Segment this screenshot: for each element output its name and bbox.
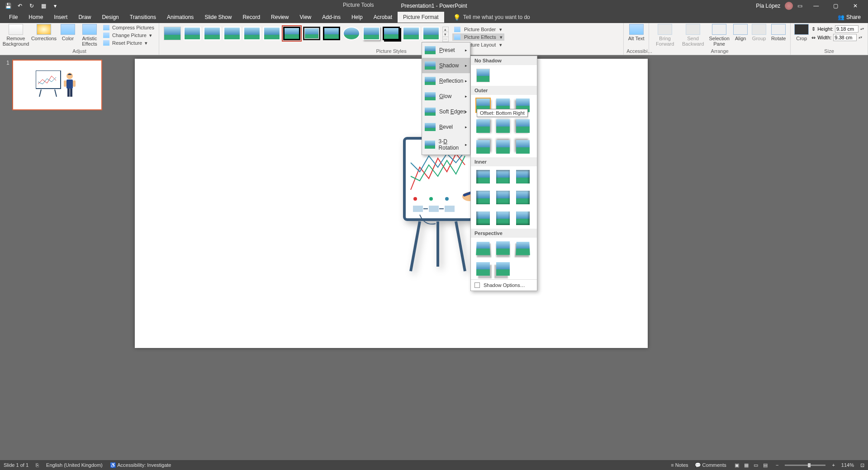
color-button[interactable]: Color xyxy=(59,24,77,41)
picture-style-3[interactable] xyxy=(204,27,221,40)
shadow-outer-right[interactable] xyxy=(476,119,490,133)
width-spinner[interactable]: ▴▾ xyxy=(859,36,863,39)
remove-background-button[interactable]: Remove Background xyxy=(3,24,29,47)
picture-style-10[interactable] xyxy=(343,27,360,40)
shadow-inner-5[interactable] xyxy=(496,191,510,204)
comments-button[interactable]: 💬 Comments xyxy=(695,462,726,468)
crop-button[interactable]: Crop xyxy=(793,24,810,41)
effects-soft-edges[interactable]: Soft Edges▸ xyxy=(422,104,470,119)
tab-file[interactable]: File xyxy=(4,12,23,23)
effects-preset[interactable]: Preset▸ xyxy=(422,42,470,58)
height-spinner[interactable]: ▴▾ xyxy=(860,27,865,31)
tab-view[interactable]: View xyxy=(294,12,317,23)
picture-border-button[interactable]: Picture Border ▾ xyxy=(452,26,504,33)
undo-icon[interactable]: ↶ xyxy=(16,3,24,9)
effects-3d-rotation[interactable]: 3-D Rotation▸ xyxy=(422,135,470,155)
avatar[interactable] xyxy=(785,2,793,10)
slide-1[interactable] xyxy=(135,59,648,348)
shadow-inner-8[interactable] xyxy=(496,212,510,225)
width-input[interactable] xyxy=(833,34,857,41)
tab-transitions[interactable]: Transitions xyxy=(124,12,161,23)
change-picture-button[interactable]: Change Picture ▾ xyxy=(102,32,156,39)
tell-me-search[interactable]: 💡 Tell me what you want to do xyxy=(453,14,530,21)
normal-view-icon[interactable]: ▣ xyxy=(733,462,741,468)
shadow-inner-4[interactable] xyxy=(476,191,490,204)
tab-acrobat[interactable]: Acrobat xyxy=(368,12,398,23)
save-icon[interactable]: 💾 xyxy=(5,3,12,9)
shadow-inner-7[interactable] xyxy=(476,212,490,225)
zoom-out-icon[interactable]: − xyxy=(776,462,778,468)
picture-effects-button[interactable]: Picture Effects ▾ xyxy=(452,33,504,41)
reading-view-icon[interactable]: ▭ xyxy=(752,462,760,468)
tab-draw[interactable]: Draw xyxy=(73,12,96,23)
shadow-perspective-2[interactable] xyxy=(496,241,510,255)
gallery-more-button[interactable]: ▴▾⋯ xyxy=(442,27,449,42)
alt-text-button[interactable]: Alt Text xyxy=(626,24,646,41)
start-from-beginning-icon[interactable]: ▦ xyxy=(40,3,47,9)
compress-pictures-button[interactable]: Compress Pictures xyxy=(102,24,156,31)
send-backward-button[interactable]: Send Backward xyxy=(680,24,706,47)
tab-animations[interactable]: Animations xyxy=(161,12,199,23)
redo-icon[interactable]: ↻ xyxy=(28,3,35,9)
qat-more-icon[interactable]: ▾ xyxy=(52,3,59,9)
zoom-level[interactable]: 114% xyxy=(841,462,854,468)
shadow-perspective-3[interactable] xyxy=(516,242,530,255)
shadow-outer-left[interactable] xyxy=(516,119,530,133)
tab-review[interactable]: Review xyxy=(266,12,294,23)
zoom-slider[interactable] xyxy=(785,465,825,466)
shadow-options-button[interactable]: Shadow Options… xyxy=(471,279,537,291)
shadow-perspective-5[interactable] xyxy=(496,262,510,276)
picture-style-1[interactable] xyxy=(164,27,181,40)
picture-style-13[interactable] xyxy=(403,27,420,40)
status-accessibility[interactable]: ♿ Accessibility: Investigate xyxy=(110,462,171,468)
tab-slideshow[interactable]: Slide Show xyxy=(199,12,237,23)
ribbon-display-icon[interactable]: ▭ xyxy=(797,3,802,9)
picture-style-9[interactable] xyxy=(323,27,340,40)
sorter-view-icon[interactable]: ▦ xyxy=(742,462,750,468)
status-slide[interactable]: Slide 1 of 1 xyxy=(4,462,28,468)
effects-bevel[interactable]: Bevel▸ xyxy=(422,119,470,135)
shadow-none[interactable] xyxy=(476,69,490,82)
corrections-button[interactable]: Corrections xyxy=(31,24,57,41)
close-icon[interactable]: ✕ xyxy=(846,3,864,9)
picture-style-5[interactable] xyxy=(243,27,261,40)
shadow-outer-top-right[interactable] xyxy=(476,140,490,154)
tab-home[interactable]: Home xyxy=(23,12,48,23)
artistic-effects-button[interactable]: Artistic Effects xyxy=(79,24,100,47)
status-spelling-icon[interactable]: ⎘ xyxy=(36,462,39,468)
tab-addins[interactable]: Add-ins xyxy=(317,12,346,23)
maximize-icon[interactable]: ▢ xyxy=(827,3,845,9)
tab-record[interactable]: Record xyxy=(237,12,266,23)
minimize-icon[interactable]: — xyxy=(807,3,825,9)
picture-style-14[interactable] xyxy=(422,27,440,40)
share-button[interactable]: 👥 Share xyxy=(838,14,861,20)
shadow-inner-1[interactable] xyxy=(476,170,490,183)
user-name[interactable]: Pía López xyxy=(756,3,780,9)
tab-insert[interactable]: Insert xyxy=(48,12,73,23)
shadow-outer-top-left[interactable] xyxy=(516,140,530,154)
shadow-perspective-1[interactable] xyxy=(476,242,490,255)
shadow-perspective-4[interactable] xyxy=(476,262,490,276)
slide-thumbnail-1[interactable] xyxy=(12,60,102,110)
reset-picture-button[interactable]: Reset Picture ▾ xyxy=(102,39,156,47)
shadow-inner-2[interactable] xyxy=(496,170,510,183)
tab-help[interactable]: Help xyxy=(346,12,368,23)
effects-reflection[interactable]: Reflection▸ xyxy=(422,73,470,89)
picture-style-11[interactable] xyxy=(363,27,380,40)
effects-glow[interactable]: Glow▸ xyxy=(422,89,470,104)
status-language[interactable]: English (United Kingdom) xyxy=(46,462,103,468)
fit-to-window-icon[interactable]: ⊡ xyxy=(860,462,864,468)
bring-forward-button[interactable]: Bring Forward xyxy=(652,24,678,47)
slideshow-view-icon[interactable]: ▤ xyxy=(761,462,769,468)
picture-style-7[interactable] xyxy=(283,27,300,40)
align-button[interactable]: Align xyxy=(732,24,749,41)
notes-button[interactable]: ≡ Notes xyxy=(671,462,688,468)
picture-style-4[interactable] xyxy=(223,27,241,40)
effects-shadow[interactable]: Shadow▸ xyxy=(422,58,470,73)
picture-style-8[interactable] xyxy=(303,27,320,40)
shadow-inner-9[interactable] xyxy=(516,212,530,225)
shadow-outer-center[interactable] xyxy=(496,119,510,133)
shadow-inner-6[interactable] xyxy=(516,191,530,204)
rotate-button[interactable]: Rotate xyxy=(769,24,787,41)
zoom-in-icon[interactable]: + xyxy=(832,462,835,468)
